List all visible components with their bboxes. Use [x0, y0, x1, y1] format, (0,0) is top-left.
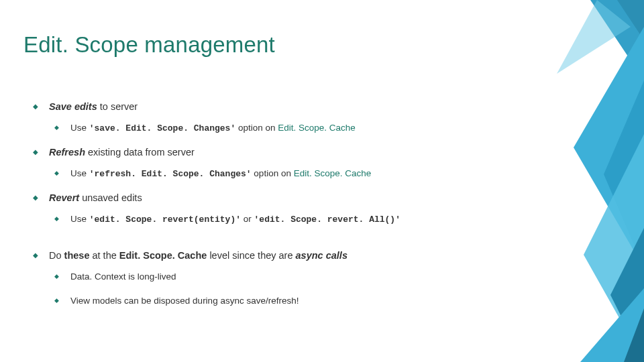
type-ref: Edit. Scope. Cache: [294, 168, 372, 178]
svg-marker-2: [574, 27, 644, 268]
text: at the: [89, 250, 119, 261]
text: Do: [49, 250, 64, 261]
svg-marker-8: [624, 308, 644, 362]
bullet-text-bold: Save edits: [49, 101, 97, 112]
subbullet-save-option: Use 'save. Edit. Scope. Changes' option …: [52, 122, 513, 135]
svg-marker-6: [580, 288, 644, 362]
text: View models can be disposed during async…: [70, 296, 299, 306]
subbullet-datacontext: Data. Context is long-lived: [52, 271, 513, 283]
subbullet-refresh-option: Use 'refresh. Edit. Scope. Changes' opti…: [52, 168, 513, 180]
bold-text: Edit. Scope. Cache: [119, 250, 207, 261]
slide-title: Edit. Scope management: [23, 32, 275, 58]
svg-marker-3: [604, 80, 644, 268]
svg-marker-0: [590, 0, 644, 80]
bullet-revert: Revert unsaved edits: [30, 192, 513, 205]
slide-content: Save edits to server Use 'save. Edit. Sc…: [30, 101, 513, 319]
text: option on: [235, 123, 278, 133]
bullet-text: unsaved edits: [79, 192, 142, 203]
bullet-text-bold: Refresh: [49, 147, 85, 158]
text: or: [241, 214, 254, 224]
text: Use: [70, 168, 89, 178]
svg-marker-1: [617, 0, 644, 40]
subbullet-viewmodels: View models can be disposed during async…: [52, 295, 513, 307]
text: Data. Context is long-lived: [70, 272, 176, 282]
bolditalic-text: async calls: [296, 250, 347, 261]
code-text: 'refresh. Edit. Scope. Changes': [89, 169, 252, 179]
code-text: 'edit. Scope. revert. All()': [254, 215, 400, 225]
code-text: 'save. Edit. Scope. Changes': [89, 123, 235, 133]
text: option on: [252, 168, 294, 178]
text: level since they are: [207, 250, 295, 261]
svg-marker-4: [584, 134, 644, 362]
bullet-text: to server: [97, 101, 138, 112]
svg-marker-7: [557, 0, 631, 74]
slide: Edit. Scope management Save edits to ser…: [0, 0, 644, 362]
bullet-text: existing data from server: [85, 147, 195, 158]
bullet-async-note: Do these at the Edit. Scope. Cache level…: [30, 249, 513, 263]
subbullet-revert-methods: Use 'edit. Scope. revert(entity)' or 'ed…: [52, 213, 513, 226]
bullet-text-bold: Revert: [49, 192, 79, 203]
bold-text: these: [64, 250, 90, 261]
decorative-triangles: [510, 0, 644, 362]
bullet-refresh: Refresh existing data from server: [30, 146, 513, 160]
svg-marker-5: [610, 228, 644, 362]
code-text: 'edit. Scope. revert(entity)': [89, 215, 241, 225]
bullet-save-edits: Save edits to server: [30, 101, 513, 114]
text: Use: [70, 123, 89, 133]
text: Use: [70, 214, 89, 224]
type-ref: Edit. Scope. Cache: [278, 123, 356, 133]
